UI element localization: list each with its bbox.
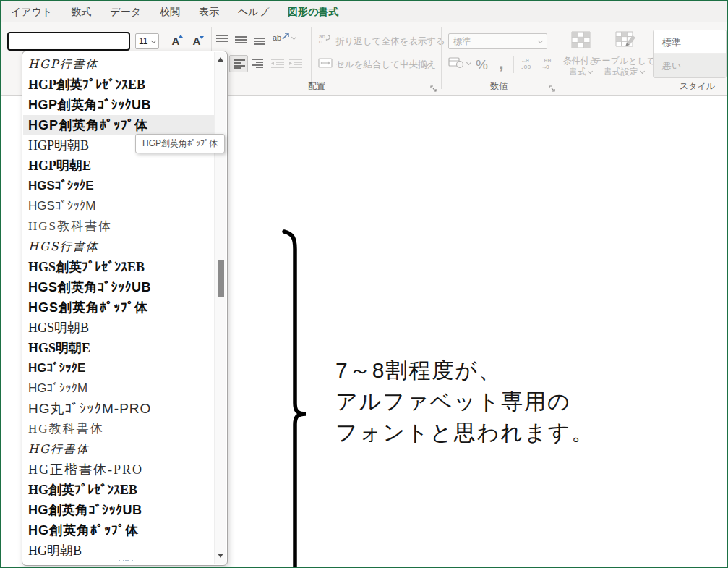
align-middle-icon: [234, 35, 247, 45]
font-list-item[interactable]: HGS明朝E: [23, 338, 214, 358]
font-list-item[interactable]: HG教科書体: [23, 419, 214, 439]
align-bottom-icon: [253, 35, 266, 46]
ribbon-tab[interactable]: 図形の書式: [278, 1, 348, 22]
font-list-item[interactable]: HGP明朝E: [23, 156, 214, 176]
font-name-input[interactable]: [7, 32, 130, 51]
accounting-format-button[interactable]: [448, 56, 464, 72]
orientation-button[interactable]: ab: [273, 32, 296, 42]
font-list-item[interactable]: HG創英角ﾎﾟｯﾌﾟ体: [23, 520, 214, 541]
increase-decimal-button[interactable]: ←0 .00: [518, 57, 534, 70]
font-list-item[interactable]: HGP創英角ｺﾞｼｯｸUB: [23, 95, 214, 115]
comma-style-button[interactable]: ,: [499, 53, 504, 73]
chevron-down-icon: [151, 38, 156, 43]
scrollbar-thumb[interactable]: [218, 260, 224, 297]
font-list-item[interactable]: HGP創英角ﾎﾟｯﾌﾟ体: [23, 115, 214, 135]
increase-indent-button[interactable]: [288, 58, 303, 71]
font-list-item[interactable]: HGS創英角ｺﾞｼｯｸUB: [23, 277, 214, 297]
percent-style-button[interactable]: %: [476, 57, 488, 73]
merge-center-label[interactable]: セルを結合して中央揃え: [335, 59, 436, 71]
align-top-button[interactable]: [215, 34, 228, 47]
align-left-button-selected[interactable]: [229, 55, 248, 72]
conditional-formatting-icon: [571, 31, 591, 48]
align-right-button[interactable]: [251, 58, 264, 71]
font-list-scrollbar[interactable]: [214, 52, 226, 564]
align-top-icon: [215, 34, 228, 44]
align-middle-button[interactable]: [234, 35, 247, 48]
format-as-table-label[interactable]: テーブルとして 書式設定: [593, 56, 655, 77]
annotation-line: 7～8割程度が、: [335, 355, 594, 386]
font-list-item[interactable]: HGｺﾞｼｯｸM: [23, 378, 214, 399]
align-left-icon: [233, 59, 246, 69]
number-format-value: 標準: [453, 35, 471, 48]
caret-down-icon: [200, 36, 204, 39]
group-separator: [441, 27, 442, 89]
font-tooltip: HGP創英角ﾎﾟｯﾌﾟ体: [135, 134, 225, 153]
orientation-arrow-icon: [281, 32, 290, 41]
ribbon-tab[interactable]: データ: [100, 1, 150, 22]
caret-up-icon: [179, 35, 183, 38]
number-format-select[interactable]: 標準: [448, 33, 547, 49]
align-right-icon: [251, 58, 264, 68]
font-list-item[interactable]: HG明朝B: [23, 541, 214, 561]
ribbon-tab[interactable]: 表示: [189, 1, 228, 22]
font-list-item[interactable]: HG丸ｺﾞｼｯｸM-PRO: [23, 399, 214, 419]
decrease-font-size-button[interactable]: A: [187, 33, 207, 49]
font-list-item[interactable]: HGSｺﾞｼｯｸE: [23, 176, 214, 196]
font-size-value: 11: [139, 36, 147, 46]
wrap-text-label[interactable]: 折り返して全体を表示する: [335, 35, 445, 48]
increase-font-size-button[interactable]: A: [166, 33, 186, 49]
chevron-down-icon: [538, 38, 543, 43]
ribbon-tab[interactable]: 数式: [61, 1, 100, 22]
font-list-item[interactable]: HG行書体: [23, 439, 214, 459]
font-list-item[interactable]: HGS創英角ﾎﾟｯﾌﾟ体: [23, 297, 214, 318]
font-list-item[interactable]: HGｺﾞｼｯｸE: [23, 358, 214, 378]
font-list-item[interactable]: HGP行書体: [23, 54, 214, 75]
accounting-format-icon: [448, 56, 464, 69]
ribbon-tab[interactable]: ヘルプ: [228, 1, 278, 22]
font-list-item[interactable]: HG創英角ｺﾞｼｯｸUB: [23, 500, 214, 520]
font-size-select[interactable]: 11: [135, 33, 159, 49]
font-list-item[interactable]: HGS行書体: [23, 237, 214, 257]
font-list-item[interactable]: HG創英ﾌﾟﾚｾﾞﾝｽEB: [23, 480, 214, 500]
format-as-table-icon: [615, 31, 637, 48]
small-separator: [513, 56, 514, 73]
excel-window: イアウト数式データ校閲表示ヘルプ図形の書式 11 A A: [0, 0, 728, 568]
wrap-text-icon: ab c: [318, 33, 333, 44]
chevron-down-icon: [291, 35, 296, 40]
font-list-item[interactable]: HG正楷書体-PRO: [23, 459, 214, 480]
ribbon-tab[interactable]: 校閲: [150, 1, 189, 22]
merge-center-icon: [318, 57, 333, 69]
annotation-line: フォントと思われます。: [335, 417, 594, 448]
conditional-formatting-button[interactable]: [571, 31, 591, 51]
font-list-item[interactable]: HGS明朝B: [23, 318, 214, 338]
merge-center-button[interactable]: [318, 57, 333, 72]
font-list-item[interactable]: HGSｺﾞｼｯｸM: [23, 196, 214, 216]
ribbon-tab-bar: イアウト数式データ校閲表示ヘルプ図形の書式: [1, 1, 727, 22]
dropdown-resize-handle[interactable]: [125, 560, 127, 561]
ribbon-tab[interactable]: イアウト: [1, 1, 61, 22]
styles-group-label: スタイル: [680, 80, 715, 93]
cell-style-option[interactable]: 悪い: [654, 54, 726, 77]
format-as-table-button[interactable]: [615, 31, 637, 51]
font-dropdown-panel: HGP行書体HGP創英ﾌﾟﾚｾﾞﾝｽEBHGP創英角ｺﾞｼｯｸUBHGP創英角ﾎ…: [22, 51, 228, 566]
alignment-group-label: 配置: [308, 80, 325, 93]
cell-style-option[interactable]: 標準: [654, 30, 726, 54]
font-list-item[interactable]: HGP創英ﾌﾟﾚｾﾞﾝｽEB: [23, 75, 214, 95]
font-list-item[interactable]: HGS教科書体: [23, 216, 214, 237]
font-list-item[interactable]: HGS創英ﾌﾟﾚｾﾞﾝｽEB: [23, 257, 214, 277]
number-group-label: 数値: [490, 80, 508, 93]
decrease-indent-icon: [270, 58, 285, 68]
chevron-down-icon: [466, 60, 471, 65]
cell-style-gallery: 標準悪い: [653, 30, 727, 78]
decrease-decimal-button[interactable]: .00 →0: [538, 57, 554, 70]
scroll-up-icon[interactable]: [218, 57, 223, 62]
align-bottom-button[interactable]: [253, 35, 266, 48]
number-dialog-launcher[interactable]: [549, 82, 556, 90]
chevron-down-icon: [640, 69, 645, 74]
alignment-dialog-launcher[interactable]: [430, 82, 437, 90]
decrease-indent-button[interactable]: [270, 58, 285, 71]
wrap-text-button[interactable]: ab c: [318, 33, 333, 47]
increase-indent-icon: [288, 58, 303, 68]
scroll-down-icon[interactable]: [218, 554, 223, 558]
svg-text:c: c: [319, 38, 322, 44]
